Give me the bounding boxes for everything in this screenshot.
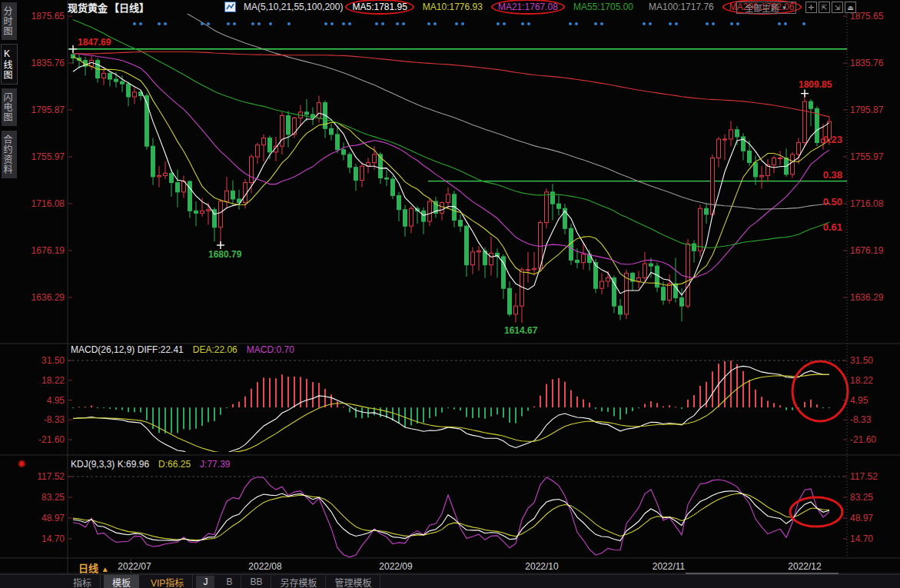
candlestick[interactable] [385,178,389,179]
candlestick[interactable] [360,166,364,180]
candlestick[interactable] [397,195,401,209]
candlestick[interactable] [705,208,709,214]
candlestick[interactable] [582,254,586,263]
candlestick[interactable] [619,306,623,314]
chart-type-icon[interactable] [224,2,236,12]
candlestick[interactable] [121,81,125,84]
candlestick[interactable] [231,191,235,199]
candlestick[interactable] [791,154,795,174]
footer-tab-VIP指标[interactable]: VIP指标 [142,575,193,588]
footer-tab-B[interactable]: B [218,576,241,588]
candlestick[interactable] [268,138,272,151]
candlestick[interactable] [576,261,580,263]
candlestick[interactable] [256,145,260,157]
footer-tab-管理模板[interactable]: 管理模板 [326,575,380,588]
candlestick[interactable] [336,135,340,150]
candlestick[interactable] [754,163,758,177]
theme-select-button[interactable]: 全部主题 ▼ [736,2,796,14]
candlestick[interactable] [760,175,764,177]
candlestick[interactable] [748,151,752,162]
footer-tab-BB[interactable]: BB [241,576,271,588]
candlestick[interactable] [668,284,672,300]
candlestick[interactable] [600,281,604,288]
candlestick[interactable] [779,158,782,158]
candlestick[interactable] [686,244,690,306]
candlestick[interactable] [656,266,659,287]
candlestick[interactable] [723,139,727,140]
candlestick[interactable] [533,268,536,270]
candlestick[interactable] [717,139,721,158]
candlestick[interactable] [699,208,702,251]
candlestick[interactable] [797,143,801,154]
candlestick[interactable] [606,277,610,281]
candlestick[interactable] [662,287,666,301]
footer-tab-模板[interactable]: 模板 [104,575,139,588]
candlestick[interactable] [508,288,512,314]
candlestick[interactable] [404,210,407,226]
candlestick[interactable] [514,306,518,314]
candlestick[interactable] [440,203,444,214]
candlestick[interactable] [649,264,653,266]
candlestick[interactable] [225,191,229,201]
candlestick[interactable] [207,210,211,211]
candlestick[interactable] [133,92,137,97]
candlestick[interactable] [287,115,291,134]
sidebar-tab-K线图[interactable]: K线图 [2,45,17,84]
candlestick[interactable] [244,183,247,203]
candlestick[interactable] [428,201,432,221]
candlestick[interactable] [305,112,309,115]
candlestick[interactable] [194,211,198,213]
candlestick[interactable] [736,130,739,137]
candlestick[interactable] [170,173,174,182]
chart-canvas[interactable] [0,0,900,588]
candlestick[interactable] [373,154,377,163]
candlestick[interactable] [164,173,168,175]
candlestick[interactable] [317,103,321,118]
candlestick[interactable] [250,157,254,183]
candlestick[interactable] [127,84,131,97]
period-footer[interactable]: 日线 ▲ [78,560,109,575]
footer-tab-另存模板[interactable]: 另存模板 [271,575,326,588]
export-icon[interactable]: ⏏ [845,2,856,13]
candlestick[interactable] [625,273,629,314]
sidebar-tab-合约资料[interactable]: 合约资料 [2,131,17,178]
candlestick[interactable] [729,130,733,139]
candlestick[interactable] [551,192,555,204]
candlestick[interactable] [803,101,807,143]
candlestick[interactable] [692,244,696,251]
candlestick[interactable] [526,270,530,271]
candlestick[interactable] [809,101,813,108]
sidebar-tab-分时图[interactable]: 分时图 [2,2,17,40]
sidebar-tab-闪电图[interactable]: 闪电图 [2,88,17,126]
candlestick[interactable] [772,158,776,164]
candlestick[interactable] [471,252,475,265]
candlestick[interactable] [348,154,352,168]
candlestick[interactable] [151,146,155,177]
candlestick[interactable] [115,79,118,81]
candlestick[interactable] [201,211,204,213]
footer-tab-指标[interactable]: 指标 [65,575,101,588]
candlestick[interactable] [711,158,715,214]
candlestick[interactable] [557,204,561,208]
move-icon[interactable]: ✛ [805,2,817,13]
scale-vertical-icon[interactable]: ⇱ [819,2,830,13]
candlestick[interactable] [465,226,469,264]
candlestick[interactable] [262,138,266,145]
candlestick[interactable] [613,277,616,306]
scale-horizontal-icon[interactable]: ⇲ [832,2,843,13]
candlestick[interactable] [643,264,647,277]
candlestick[interactable] [330,128,334,135]
candlestick[interactable] [342,150,346,154]
candlestick[interactable] [176,183,180,192]
candlestick[interactable] [108,73,112,79]
candlestick[interactable] [637,277,641,281]
candlestick[interactable] [477,251,481,252]
candlestick[interactable] [354,168,358,181]
candlestick[interactable] [447,194,450,203]
candlestick[interactable] [391,179,395,195]
candlestick[interactable] [680,297,684,306]
candlestick[interactable] [422,211,426,221]
candlestick[interactable] [545,192,549,223]
candlestick[interactable] [490,253,493,264]
candlestick[interactable] [158,175,161,177]
